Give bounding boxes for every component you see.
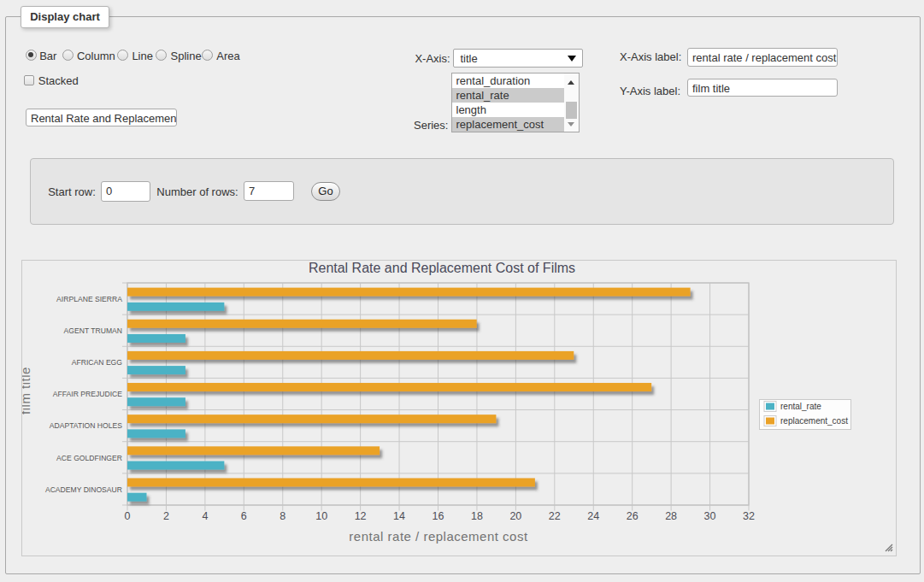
svg-text:8: 8 bbox=[280, 510, 285, 522]
svg-text:ADAPTATION HOLES: ADAPTATION HOLES bbox=[50, 421, 122, 430]
svg-text:AIRPLANE SIERRA: AIRPLANE SIERRA bbox=[56, 295, 122, 303]
svg-text:28: 28 bbox=[665, 510, 677, 522]
svg-text:2: 2 bbox=[163, 510, 169, 522]
svg-text:AFFAIR PREJUDICE: AFFAIR PREJUDICE bbox=[53, 390, 122, 398]
svg-text:10: 10 bbox=[315, 510, 327, 522]
svg-text:18: 18 bbox=[471, 510, 483, 522]
svg-text:12: 12 bbox=[355, 510, 367, 522]
svg-text:Rental Rate and Replacement Co: Rental Rate and Replacement Cost of Film… bbox=[309, 261, 575, 275]
svg-text:26: 26 bbox=[627, 510, 639, 522]
svg-text:20: 20 bbox=[509, 510, 521, 522]
svg-text:32: 32 bbox=[743, 510, 755, 522]
svg-text:AGENT TRUMAN: AGENT TRUMAN bbox=[64, 326, 122, 335]
svg-text:film title: film title bbox=[22, 367, 32, 414]
svg-text:24: 24 bbox=[587, 510, 599, 522]
svg-text:30: 30 bbox=[704, 510, 716, 522]
svg-text:22: 22 bbox=[549, 510, 561, 522]
svg-text:ACADEMY DINOSAUR: ACADEMY DINOSAUR bbox=[45, 485, 122, 494]
svg-text:0: 0 bbox=[125, 510, 131, 522]
svg-text:16: 16 bbox=[433, 510, 444, 522]
svg-text:ACE GOLDFINGER: ACE GOLDFINGER bbox=[56, 454, 122, 462]
svg-text:rental rate / replacement cost: rental rate / replacement cost bbox=[349, 529, 528, 544]
svg-text:4: 4 bbox=[202, 510, 208, 522]
svg-text:14: 14 bbox=[393, 510, 405, 522]
svg-text:replacement_cost: replacement_cost bbox=[780, 416, 848, 426]
svg-text:6: 6 bbox=[241, 510, 247, 522]
svg-text:rental_rate: rental_rate bbox=[780, 402, 821, 411]
svg-text:AFRICAN EGG: AFRICAN EGG bbox=[72, 358, 123, 367]
